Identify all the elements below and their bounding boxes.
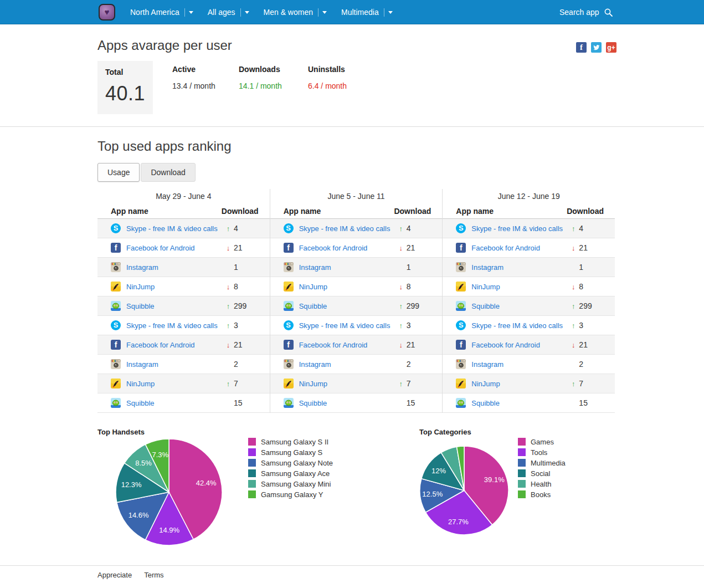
skype-app-icon: S <box>111 320 121 330</box>
nav-filter-label: All ages <box>208 8 235 17</box>
instagram-app-icon <box>111 262 121 272</box>
download-cell: ↑299 <box>224 301 246 310</box>
legend-swatch <box>248 490 256 498</box>
app-link[interactable]: NinJump <box>299 283 327 291</box>
download-cell: ↓21 <box>569 340 588 349</box>
app-link[interactable]: Instagram <box>126 360 158 369</box>
column-headers: App nameDownload <box>270 203 443 219</box>
app-link[interactable]: Instagram <box>299 263 331 272</box>
skype-app-icon: S <box>111 223 121 233</box>
app-link[interactable]: Instagram <box>126 263 158 272</box>
pie-slice-label: 8.5% <box>135 459 152 467</box>
app-link[interactable]: Facebook for Android <box>471 244 540 252</box>
download-header: Download <box>394 207 431 216</box>
download-cell: ↑7 <box>397 379 411 388</box>
app-link[interactable]: Squibble <box>471 302 500 310</box>
app-link[interactable]: Facebook for Android <box>299 341 368 349</box>
table-row: Instagram2 <box>270 355 443 374</box>
tab-download[interactable]: Download <box>141 163 195 182</box>
app-link[interactable]: Skype - free IM & video calls <box>471 224 563 233</box>
app-link[interactable]: Facebook for Android <box>126 244 195 252</box>
trend-down-icon: ↓ <box>397 244 405 252</box>
download-cell: 15 <box>224 398 243 407</box>
app-link[interactable]: NinJump <box>126 283 155 291</box>
nav-divider <box>318 8 318 17</box>
metric-label: Active <box>172 65 215 74</box>
nav-filter-north-america[interactable]: North America <box>130 8 193 17</box>
legend-label: Samsung Galaxy Ace <box>261 469 330 478</box>
ninjump-app-icon <box>284 282 294 292</box>
app-logo[interactable]: ♥ <box>99 4 115 21</box>
download-cell: 2 <box>569 360 583 369</box>
legend-item-samsung-galaxy-s-ii: Samsung Galaxy S II <box>248 438 333 446</box>
trend-up-icon: ↑ <box>224 302 233 310</box>
legend-swatch <box>518 469 526 477</box>
pie-slice-label: 42.4% <box>196 479 217 487</box>
app-link[interactable]: Squibble <box>126 302 155 310</box>
search-app-button[interactable]: Search app <box>559 0 613 24</box>
download-cell: ↓8 <box>224 282 238 291</box>
table-row: Squibble↑299 <box>443 296 615 316</box>
app-link[interactable]: Facebook for Android <box>471 341 540 349</box>
legend-label: Multimedia <box>531 459 566 467</box>
app-link[interactable]: Squibble <box>299 302 327 310</box>
column-headers: App nameDownload <box>97 203 270 219</box>
nav-filter-all-ages[interactable]: All ages <box>208 8 249 17</box>
app-link[interactable]: Skype - free IM & video calls <box>126 321 218 330</box>
app-link[interactable]: NinJump <box>471 380 500 388</box>
twitter-icon[interactable] <box>591 42 602 53</box>
app-link[interactable]: Facebook for Android <box>299 244 368 252</box>
nav-divider <box>240 8 241 17</box>
legend-label: Gamsung Galaxy Y <box>261 490 323 499</box>
table-row: SSkype - free IM & video calls↑3 <box>270 316 443 335</box>
app-link[interactable]: Squibble <box>299 399 327 407</box>
app-link[interactable]: Instagram <box>471 263 503 272</box>
table-row: Instagram2 <box>443 355 615 374</box>
footer-divider <box>0 565 704 566</box>
app-link[interactable]: Instagram <box>299 360 331 369</box>
footer-link-terms[interactable]: Terms <box>144 571 163 579</box>
facebook-icon[interactable]: f <box>576 42 587 53</box>
table-row: NinJump↓8 <box>97 277 270 296</box>
app-link[interactable]: Skype - free IM & video calls <box>299 224 390 233</box>
trend-up-icon: ↑ <box>569 380 578 388</box>
app-link[interactable]: Instagram <box>471 360 503 369</box>
week-column-june-5-june-11: June 5 - June 11App nameDownloadSSkype -… <box>270 189 443 413</box>
pie-slice-label: 39.1% <box>484 475 505 484</box>
trend-down-icon: ↓ <box>397 341 405 349</box>
app-link[interactable]: Skype - free IM & video calls <box>471 321 563 330</box>
app-link[interactable]: Squibble <box>471 399 500 407</box>
nav-filter-men-women[interactable]: Men & women <box>264 8 327 17</box>
metric-value: 14.1 / month <box>239 81 282 90</box>
nav-divider <box>184 8 185 17</box>
footer-link-appreciate[interactable]: Appreciate <box>97 571 132 579</box>
download-cell: ↓8 <box>397 282 411 291</box>
date-range: June 12 - June 19 <box>443 189 615 203</box>
download-value: 4 <box>407 224 411 233</box>
ninjump-app-icon <box>456 282 466 292</box>
app-link[interactable]: Skype - free IM & video calls <box>126 224 218 233</box>
legend-swatch <box>248 459 256 467</box>
app-link[interactable]: NinJump <box>471 283 500 291</box>
app-link[interactable]: NinJump <box>299 380 327 388</box>
download-value: 21 <box>407 340 415 349</box>
app-link[interactable]: Squibble <box>126 399 155 407</box>
chevron-down-icon <box>245 11 249 14</box>
skype-app-icon: S <box>456 320 466 330</box>
download-value: 15 <box>234 398 243 407</box>
tab-usage[interactable]: Usage <box>97 163 140 182</box>
legend-item-social: Social <box>518 469 566 477</box>
download-value: 2 <box>579 360 583 369</box>
app-link[interactable]: Skype - free IM & video calls <box>299 321 390 330</box>
googleplus-icon[interactable]: g+ <box>606 42 616 53</box>
app-name-header: App name <box>284 207 321 216</box>
app-link[interactable]: NinJump <box>126 380 155 388</box>
metric-active: Active13.4 / month <box>172 65 215 90</box>
app-link[interactable]: Facebook for Android <box>126 341 195 349</box>
download-cell: ↑7 <box>224 379 238 388</box>
download-value: 7 <box>579 379 583 388</box>
trend-down-icon: ↓ <box>397 283 405 291</box>
nav-filter-multimedia[interactable]: Multimedia <box>341 8 393 17</box>
top-navigation-bar: ♥ North AmericaAll agesMen & womenMultim… <box>0 0 704 24</box>
skype-app-icon: S <box>456 223 466 233</box>
